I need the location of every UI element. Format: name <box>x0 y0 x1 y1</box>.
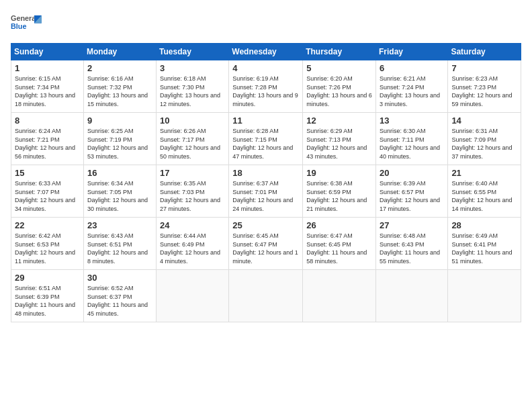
logo: General Blue <box>11 11 44 36</box>
table-row: 29Sunrise: 6:51 AMSunset: 6:39 PMDayligh… <box>11 270 84 322</box>
table-row: 5Sunrise: 6:20 AMSunset: 7:26 PMDaylight… <box>303 60 376 113</box>
table-row: 2Sunrise: 6:16 AMSunset: 7:32 PMDaylight… <box>83 60 156 113</box>
table-row: 7Sunrise: 6:23 AMSunset: 7:23 PMDaylight… <box>448 60 521 113</box>
table-row: 26Sunrise: 6:47 AMSunset: 6:45 PMDayligh… <box>303 218 376 270</box>
table-row: 25Sunrise: 6:45 AMSunset: 6:47 PMDayligh… <box>229 218 303 270</box>
svg-text:Blue: Blue <box>11 22 26 30</box>
header-monday: Monday <box>83 44 156 60</box>
table-row: 11Sunrise: 6:28 AMSunset: 7:15 PMDayligh… <box>229 113 303 165</box>
table-row: 22Sunrise: 6:42 AMSunset: 6:53 PMDayligh… <box>11 218 84 270</box>
table-row: 19Sunrise: 6:38 AMSunset: 6:59 PMDayligh… <box>303 165 376 218</box>
header-tuesday: Tuesday <box>157 44 229 60</box>
table-row: 18Sunrise: 6:37 AMSunset: 7:01 PMDayligh… <box>229 165 303 218</box>
table-row: 16Sunrise: 6:34 AMSunset: 7:05 PMDayligh… <box>83 165 156 218</box>
week-row: 1Sunrise: 6:15 AMSunset: 7:34 PMDaylight… <box>11 60 521 113</box>
table-row <box>448 270 521 322</box>
week-row: 22Sunrise: 6:42 AMSunset: 6:53 PMDayligh… <box>11 218 521 270</box>
header-wednesday: Wednesday <box>229 44 303 60</box>
week-row: 15Sunrise: 6:33 AMSunset: 7:07 PMDayligh… <box>11 165 521 218</box>
table-row: 8Sunrise: 6:24 AMSunset: 7:21 PMDaylight… <box>11 113 84 165</box>
table-row: 9Sunrise: 6:25 AMSunset: 7:19 PMDaylight… <box>83 113 156 165</box>
table-row: 4Sunrise: 6:19 AMSunset: 7:28 PMDaylight… <box>229 60 303 113</box>
week-row: 29Sunrise: 6:51 AMSunset: 6:39 PMDayligh… <box>11 270 521 322</box>
table-row: 1Sunrise: 6:15 AMSunset: 7:34 PMDaylight… <box>11 60 84 113</box>
table-row <box>375 270 447 322</box>
table-row <box>157 270 229 322</box>
table-row: 28Sunrise: 6:49 AMSunset: 6:41 PMDayligh… <box>448 218 521 270</box>
table-row <box>303 270 376 322</box>
header-thursday: Thursday <box>303 44 376 60</box>
header-sunday: Sunday <box>11 44 84 60</box>
table-row: 21Sunrise: 6:40 AMSunset: 6:55 PMDayligh… <box>448 165 521 218</box>
days-header-row: Sunday Monday Tuesday Wednesday Thursday… <box>11 44 521 60</box>
logo-icon: General Blue <box>11 11 44 36</box>
header-friday: Friday <box>375 44 447 60</box>
header-saturday: Saturday <box>448 44 521 60</box>
table-row: 20Sunrise: 6:39 AMSunset: 6:57 PMDayligh… <box>375 165 447 218</box>
week-row: 8Sunrise: 6:24 AMSunset: 7:21 PMDaylight… <box>11 113 521 165</box>
table-row: 23Sunrise: 6:43 AMSunset: 6:51 PMDayligh… <box>83 218 156 270</box>
svg-text:General: General <box>11 14 38 22</box>
table-row <box>229 270 303 322</box>
table-row: 27Sunrise: 6:48 AMSunset: 6:43 PMDayligh… <box>375 218 447 270</box>
table-row: 24Sunrise: 6:44 AMSunset: 6:49 PMDayligh… <box>157 218 229 270</box>
table-row: 3Sunrise: 6:18 AMSunset: 7:30 PMDaylight… <box>157 60 229 113</box>
calendar-table: Sunday Monday Tuesday Wednesday Thursday… <box>11 43 521 322</box>
table-row: 17Sunrise: 6:35 AMSunset: 7:03 PMDayligh… <box>157 165 229 218</box>
table-row: 14Sunrise: 6:31 AMSunset: 7:09 PMDayligh… <box>448 113 521 165</box>
table-row: 30Sunrise: 6:52 AMSunset: 6:37 PMDayligh… <box>83 270 156 322</box>
table-row: 15Sunrise: 6:33 AMSunset: 7:07 PMDayligh… <box>11 165 84 218</box>
header: General Blue <box>11 11 521 36</box>
table-row: 12Sunrise: 6:29 AMSunset: 7:13 PMDayligh… <box>303 113 376 165</box>
table-row: 6Sunrise: 6:21 AMSunset: 7:24 PMDaylight… <box>375 60 447 113</box>
table-row: 13Sunrise: 6:30 AMSunset: 7:11 PMDayligh… <box>375 113 447 165</box>
table-row: 10Sunrise: 6:26 AMSunset: 7:17 PMDayligh… <box>157 113 229 165</box>
calendar-page: General Blue Sunday Monday Tuesday Wedne… <box>0 0 532 411</box>
